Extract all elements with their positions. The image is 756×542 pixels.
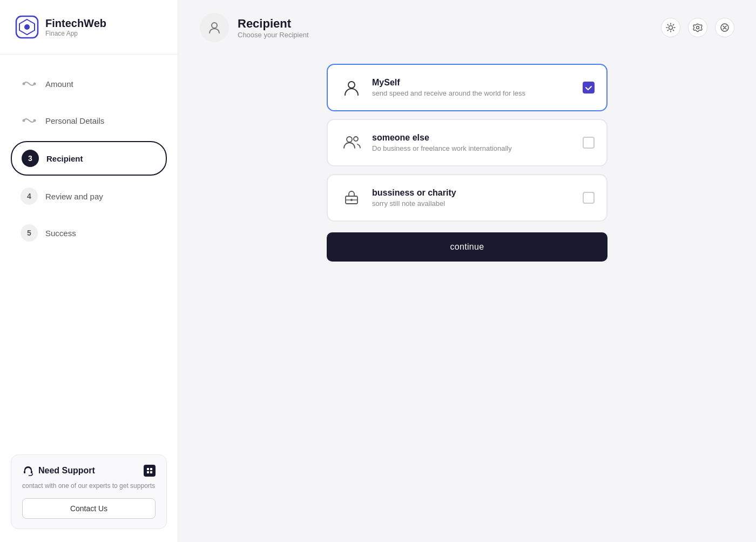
svg-point-3 <box>23 83 25 85</box>
someone-else-desc: Do business or freelance work internatio… <box>372 144 574 152</box>
app-logo <box>15 15 39 39</box>
top-bar: Recipient Choose your Recipient <box>178 0 756 53</box>
step-number-3: 3 <box>22 150 39 167</box>
svg-point-26 <box>348 82 355 88</box>
svg-rect-13 <box>150 471 152 473</box>
headset-icon <box>22 465 34 477</box>
gear-icon <box>693 23 703 32</box>
sidebar-label-personal-details: Personal Details <box>45 116 104 125</box>
settings-button[interactable] <box>688 18 707 37</box>
options-container: MySelf send speed and receive around the… <box>327 64 608 222</box>
option-someone-else[interactable]: someone else Do business or freelance wo… <box>327 119 608 166</box>
recipient-title-group: Recipient Choose your Recipient <box>238 17 309 39</box>
recipient-header-icon <box>200 13 229 42</box>
business-text: bussiness or charity sorry still note av… <box>372 188 574 208</box>
svg-point-4 <box>33 83 36 85</box>
brightness-button[interactable] <box>661 18 680 37</box>
support-icon-box <box>144 465 156 477</box>
sidebar-label-success: Success <box>45 229 76 238</box>
close-icon <box>720 23 729 32</box>
step-number-5: 5 <box>21 224 38 242</box>
svg-point-28 <box>354 137 358 141</box>
sidebar-label-recipient: Recipient <box>46 154 83 163</box>
svg-line-23 <box>673 24 673 25</box>
svg-rect-7 <box>24 471 25 473</box>
svg-point-2 <box>24 24 30 30</box>
sidebar-label-review: Review and pay <box>45 192 103 201</box>
business-title: bussiness or charity <box>372 188 574 198</box>
nav-steps: Amount Personal Details 3 Recipient 4 Re… <box>0 55 178 446</box>
svg-rect-11 <box>150 468 152 470</box>
svg-rect-10 <box>147 468 149 470</box>
logo-area: FintechWeb Finace App <box>0 0 178 55</box>
continue-button[interactable]: continue <box>327 232 608 262</box>
someone-else-checkbox[interactable] <box>583 137 595 149</box>
sidebar-item-review[interactable]: 4 Review and pay <box>11 180 167 212</box>
svg-line-21 <box>673 30 673 30</box>
amount-icon <box>21 75 38 92</box>
support-description: contact with one of our experts to get s… <box>22 481 156 491</box>
sun-icon <box>666 23 676 32</box>
myself-text: MySelf send speed and receive around the… <box>372 78 574 97</box>
svg-point-27 <box>347 137 352 142</box>
support-card: Need Support contact with one of our exp… <box>11 454 167 529</box>
business-icon <box>340 186 363 210</box>
step-number-4: 4 <box>21 188 38 205</box>
page-title: Recipient <box>238 17 309 31</box>
check-icon <box>585 84 592 91</box>
sidebar-item-recipient[interactable]: 3 Recipient <box>11 141 167 176</box>
sidebar-item-success[interactable]: 5 Success <box>11 217 167 249</box>
page-subtitle: Choose your Recipient <box>238 31 309 39</box>
svg-point-9 <box>29 475 30 476</box>
svg-point-5 <box>23 119 25 122</box>
sidebar-item-amount[interactable]: Amount <box>11 68 167 100</box>
contact-us-button[interactable]: Contact Us <box>22 498 156 519</box>
business-checkbox[interactable] <box>583 192 595 204</box>
logo-text: FintechWeb Finace App <box>45 17 106 37</box>
sidebar: FintechWeb Finace App Amount <box>0 0 178 542</box>
svg-point-6 <box>33 119 36 122</box>
svg-point-15 <box>669 26 673 30</box>
support-title: Need Support <box>38 466 95 476</box>
svg-line-20 <box>667 24 668 25</box>
app-name: FintechWeb <box>45 17 106 30</box>
main-content: Recipient Choose your Recipient <box>178 0 756 542</box>
support-header: Need Support <box>22 465 156 477</box>
myself-checkbox[interactable] <box>583 82 595 93</box>
sidebar-label-amount: Amount <box>45 79 73 89</box>
svg-rect-12 <box>147 471 149 473</box>
svg-point-31 <box>350 199 353 201</box>
myself-title: MySelf <box>372 78 574 88</box>
top-actions <box>661 18 734 37</box>
svg-point-24 <box>697 26 699 29</box>
someone-else-icon <box>340 131 363 155</box>
svg-line-22 <box>667 30 668 30</box>
support-title-wrap: Need Support <box>22 465 95 477</box>
someone-else-text: someone else Do business or freelance wo… <box>372 133 574 152</box>
myself-icon <box>340 76 363 99</box>
personal-details-icon <box>21 112 38 129</box>
option-business[interactable]: bussiness or charity sorry still note av… <box>327 174 608 222</box>
option-myself[interactable]: MySelf send speed and receive around the… <box>327 64 608 111</box>
content-area: MySelf send speed and receive around the… <box>178 53 756 542</box>
close-button[interactable] <box>715 18 734 37</box>
svg-point-14 <box>212 23 217 28</box>
sidebar-item-personal-details[interactable]: Personal Details <box>11 104 167 137</box>
recipient-header: Recipient Choose your Recipient <box>200 13 309 42</box>
svg-rect-8 <box>31 471 32 473</box>
business-desc: sorry still note availabel <box>372 199 574 208</box>
app-tagline: Finace App <box>45 30 106 37</box>
someone-else-title: someone else <box>372 133 574 143</box>
myself-desc: send speed and receive around the world … <box>372 89 574 97</box>
